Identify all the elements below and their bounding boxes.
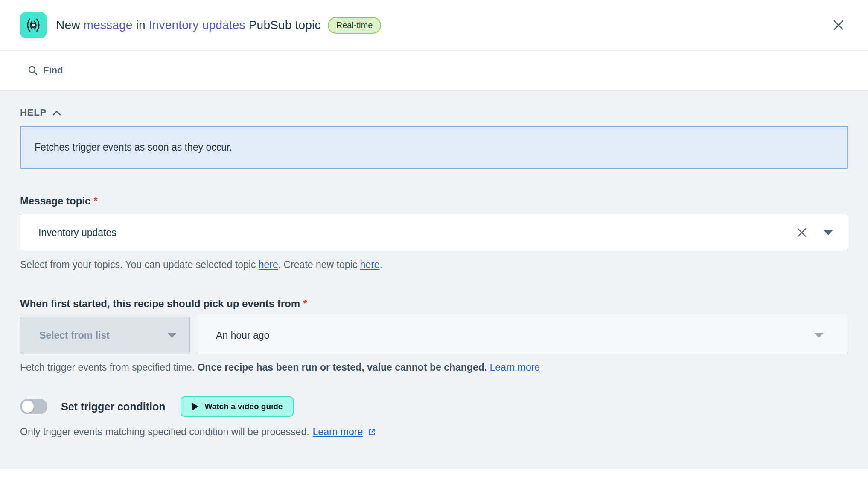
- title-infix: in: [133, 18, 149, 32]
- toggle-knob: [22, 401, 34, 413]
- clear-selection-button[interactable]: [796, 227, 807, 238]
- message-topic-hint: Select from your topics. You can update …: [20, 259, 848, 270]
- external-link-icon: [368, 428, 376, 436]
- select-from-list-dropdown[interactable]: Select from list: [20, 317, 190, 354]
- message-topic-label: Message topic: [20, 195, 90, 207]
- hint-text: Select from your topics. You can update …: [20, 259, 259, 270]
- pickup-time-dropdown[interactable]: An hour ago: [197, 317, 848, 354]
- condition-learn-more-link[interactable]: Learn more: [313, 426, 363, 438]
- find-search-bar[interactable]: Find: [0, 51, 868, 90]
- caret-down-icon: [167, 333, 177, 338]
- help-heading-label: HELP: [20, 107, 47, 118]
- hint-bold-text: Once recipe has been run or tested, valu…: [197, 362, 487, 373]
- play-icon: [192, 402, 198, 411]
- required-asterisk: *: [303, 298, 307, 309]
- pubsub-app-icon: [20, 12, 47, 38]
- hint-text: Only trigger events matching specified c…: [20, 426, 309, 438]
- panel-header: New message in Inventory updates PubSub …: [0, 0, 868, 51]
- hint-text: Fetch trigger events from specified time…: [20, 362, 197, 373]
- create-topic-here-link[interactable]: here: [360, 259, 380, 270]
- pickup-events-label: When first started, this recipe should p…: [20, 298, 300, 309]
- title-prefix: New: [56, 18, 84, 32]
- message-link[interactable]: message: [84, 18, 133, 32]
- panel-title: New message in Inventory updates PubSub …: [56, 18, 321, 32]
- pickup-label-row: When first started, this recipe should p…: [20, 298, 848, 310]
- caret-down-icon[interactable]: [824, 230, 833, 235]
- trigger-config-panel: New message in Inventory updates PubSub …: [0, 0, 868, 477]
- trigger-settings-content: HELP Fetches trigger events as soon as t…: [0, 90, 868, 469]
- trigger-condition-row: Set trigger condition Watch a video guid…: [20, 396, 848, 417]
- message-topic-value: Inventory updates: [38, 227, 117, 238]
- message-topic-select[interactable]: Inventory updates: [20, 214, 848, 251]
- required-asterisk: *: [93, 195, 97, 207]
- caret-down-icon: [814, 333, 824, 338]
- close-icon: [832, 19, 845, 32]
- message-topic-section: Message topic* Inventory updates Select …: [20, 195, 848, 270]
- help-section-toggle[interactable]: HELP: [20, 107, 61, 118]
- pickup-events-section: When first started, this recipe should p…: [20, 298, 848, 373]
- bottom-bar: [0, 469, 868, 477]
- find-label: Find: [43, 65, 63, 76]
- close-button[interactable]: [829, 16, 848, 35]
- pickup-time-value: An hour ago: [216, 330, 269, 341]
- title-suffix: PubSub topic: [245, 18, 321, 32]
- trigger-condition-section: Set trigger condition Watch a video guid…: [20, 396, 848, 438]
- hint-text: .: [380, 259, 382, 270]
- realtime-badge: Real-time: [328, 17, 382, 34]
- update-topic-here-link[interactable]: here: [259, 259, 278, 270]
- help-info-box: Fetches trigger events as soon as they o…: [20, 126, 848, 169]
- trigger-condition-hint: Only trigger events matching specified c…: [20, 426, 848, 438]
- pickup-learn-more-link[interactable]: Learn more: [490, 362, 540, 373]
- pickup-hint: Fetch trigger events from specified time…: [20, 362, 848, 373]
- chevron-up-icon: [52, 110, 61, 116]
- watch-video-guide-label: Watch a video guide: [204, 402, 283, 411]
- search-icon: [28, 65, 38, 76]
- clear-x-icon: [796, 227, 807, 238]
- trigger-condition-toggle[interactable]: [20, 399, 47, 414]
- help-text: Fetches trigger events as soon as they o…: [35, 142, 232, 153]
- pickup-inputs-row: Select from list An hour ago: [20, 317, 848, 354]
- hint-text: . Create new topic: [278, 259, 360, 270]
- pubsub-broadcast-icon: [23, 15, 44, 35]
- inventory-updates-topic-link[interactable]: Inventory updates: [149, 18, 245, 32]
- select-from-list-placeholder: Select from list: [39, 330, 110, 341]
- trigger-condition-label: Set trigger condition: [61, 401, 165, 413]
- message-topic-label-row: Message topic*: [20, 195, 848, 207]
- watch-video-guide-button[interactable]: Watch a video guide: [181, 396, 294, 417]
